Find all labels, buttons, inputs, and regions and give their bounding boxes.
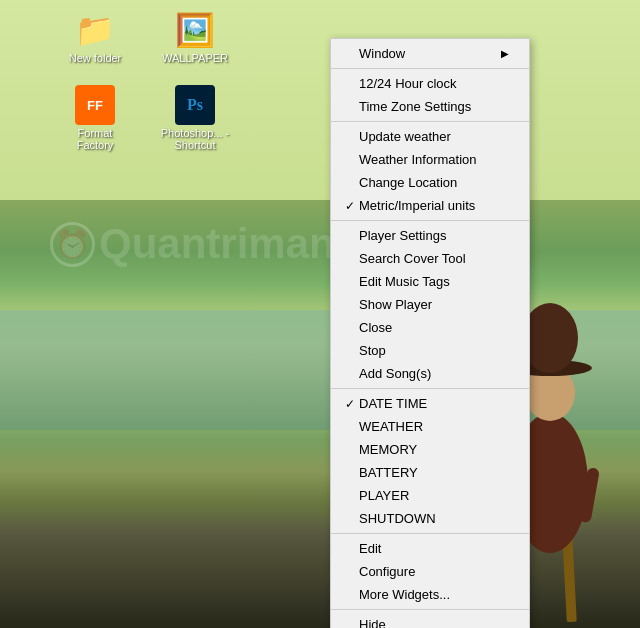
watermark-text: Quantrimang bbox=[99, 220, 360, 268]
menu-item-battery[interactable]: BATTERY bbox=[331, 461, 529, 484]
format-factory-icon: FF bbox=[75, 85, 115, 125]
watermark: ⏰ Quantrimang bbox=[50, 220, 360, 268]
menu-item-close1[interactable]: Close bbox=[331, 316, 529, 339]
close1-label: Close bbox=[359, 320, 509, 335]
show-player-label: Show Player bbox=[359, 297, 509, 312]
edit-label: Edit bbox=[359, 541, 509, 556]
edit-music-label: Edit Music Tags bbox=[359, 274, 509, 289]
menu-item-edit-music[interactable]: Edit Music Tags bbox=[331, 270, 529, 293]
menu-item-memory[interactable]: MEMORY bbox=[331, 438, 529, 461]
player-settings-label: Player Settings bbox=[359, 228, 509, 243]
memory-label: MEMORY bbox=[359, 442, 509, 457]
update-weather-label: Update weather bbox=[359, 129, 509, 144]
desktop-icon-photoshop[interactable]: Ps Photoshop... - Shortcut bbox=[160, 85, 230, 151]
timezone-label: Time Zone Settings bbox=[359, 99, 509, 114]
desktop-icon-format-factory[interactable]: FF Format Factory bbox=[60, 85, 130, 151]
menu-item-hide[interactable]: Hide bbox=[331, 613, 529, 628]
separator-5 bbox=[331, 533, 529, 534]
battery-label: BATTERY bbox=[359, 465, 509, 480]
separator-2 bbox=[331, 121, 529, 122]
menu-item-weather[interactable]: WEATHER bbox=[331, 415, 529, 438]
menu-item-configure[interactable]: Configure bbox=[331, 560, 529, 583]
separator-4 bbox=[331, 388, 529, 389]
menu-item-update-weather[interactable]: Update weather bbox=[331, 125, 529, 148]
shutdown-label: SHUTDOWN bbox=[359, 511, 509, 526]
context-menu: Window ▶ 12/24 Hour clock Time Zone Sett… bbox=[330, 38, 530, 628]
menu-item-change-location[interactable]: Change Location bbox=[331, 171, 529, 194]
metric-label: Metric/Imperial units bbox=[359, 198, 509, 213]
wallpaper-label: WALLPAPER bbox=[162, 52, 228, 64]
more-widgets-label: More Widgets... bbox=[359, 587, 509, 602]
menu-item-show-player[interactable]: Show Player bbox=[331, 293, 529, 316]
window-arrow: ▶ bbox=[501, 48, 509, 59]
menu-item-search-cover[interactable]: Search Cover Tool bbox=[331, 247, 529, 270]
photoshop-icon: Ps bbox=[175, 85, 215, 125]
player-label: PLAYER bbox=[359, 488, 509, 503]
menu-item-stop[interactable]: Stop bbox=[331, 339, 529, 362]
desktop-icon-new-folder[interactable]: 📁 New folder bbox=[60, 10, 130, 64]
desktop: ⏰ Quantrimang 📁 New folder 🖼️ WALLPAPER … bbox=[0, 0, 640, 628]
weather-label: WEATHER bbox=[359, 419, 509, 434]
wallpaper-icon: 🖼️ bbox=[175, 10, 215, 50]
new-folder-icon: 📁 bbox=[75, 10, 115, 50]
add-song-label: Add Song(s) bbox=[359, 366, 509, 381]
separator-1 bbox=[331, 68, 529, 69]
menu-item-weather-info[interactable]: Weather Information bbox=[331, 148, 529, 171]
watermark-icon: ⏰ bbox=[50, 222, 95, 267]
menu-item-timezone[interactable]: Time Zone Settings bbox=[331, 95, 529, 118]
date-time-check: ✓ bbox=[341, 397, 359, 411]
weather-info-label: Weather Information bbox=[359, 152, 509, 167]
new-folder-label: New folder bbox=[69, 52, 122, 64]
menu-item-clock[interactable]: 12/24 Hour clock bbox=[331, 72, 529, 95]
photoshop-label: Photoshop... - Shortcut bbox=[160, 127, 230, 151]
desktop-icons-row2: FF Format Factory Ps Photoshop... - Shor… bbox=[60, 85, 230, 151]
desktop-icons-row1: 📁 New folder 🖼️ WALLPAPER bbox=[60, 10, 230, 64]
menu-item-date-time[interactable]: ✓ DATE TIME bbox=[331, 392, 529, 415]
window-label: Window bbox=[359, 46, 491, 61]
clock-label: 12/24 Hour clock bbox=[359, 76, 509, 91]
separator-6 bbox=[331, 609, 529, 610]
metric-check: ✓ bbox=[341, 199, 359, 213]
menu-item-player[interactable]: PLAYER bbox=[331, 484, 529, 507]
menu-item-shutdown[interactable]: SHUTDOWN bbox=[331, 507, 529, 530]
separator-3 bbox=[331, 220, 529, 221]
svg-point-7 bbox=[522, 303, 578, 373]
menu-item-add-song[interactable]: Add Song(s) bbox=[331, 362, 529, 385]
stop-label: Stop bbox=[359, 343, 509, 358]
format-factory-label: Format Factory bbox=[60, 127, 130, 151]
date-time-label: DATE TIME bbox=[359, 396, 509, 411]
menu-item-edit[interactable]: Edit bbox=[331, 537, 529, 560]
search-cover-label: Search Cover Tool bbox=[359, 251, 509, 266]
menu-item-more-widgets[interactable]: More Widgets... bbox=[331, 583, 529, 606]
configure-label: Configure bbox=[359, 564, 509, 579]
menu-item-player-settings[interactable]: Player Settings bbox=[331, 224, 529, 247]
menu-item-metric[interactable]: ✓ Metric/Imperial units bbox=[331, 194, 529, 217]
desktop-icon-wallpaper[interactable]: 🖼️ WALLPAPER bbox=[160, 10, 230, 64]
change-location-label: Change Location bbox=[359, 175, 509, 190]
hide-label: Hide bbox=[359, 617, 509, 628]
menu-item-window[interactable]: Window ▶ bbox=[331, 42, 529, 65]
